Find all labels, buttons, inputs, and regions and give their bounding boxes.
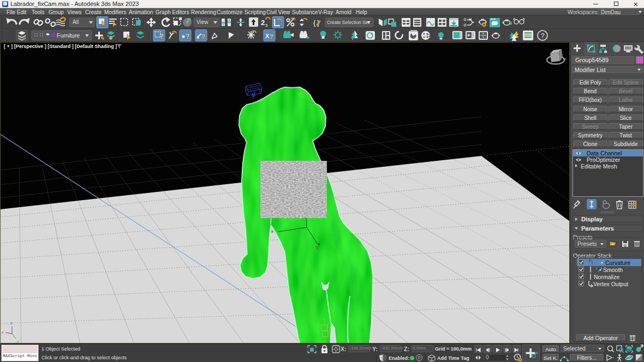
svg-text:All: All bbox=[73, 19, 79, 25]
svg-text:x: x bbox=[2, 330, 4, 334]
svg-text:[ + ] [Perspective ] [Standard: [ + ] [Perspective ] [Standard ] [Defaul… bbox=[4, 44, 117, 49]
svg-text:x: x bbox=[271, 230, 273, 233]
svg-text:?: ? bbox=[270, 33, 273, 40]
svg-text:y: y bbox=[317, 245, 319, 250]
svg-text:?: ? bbox=[186, 33, 189, 40]
svg-text:Create Selection Set: Create Selection Set bbox=[327, 20, 370, 25]
svg-text:5: 5 bbox=[265, 23, 268, 28]
svg-text:?: ? bbox=[159, 33, 163, 40]
svg-text:X: X bbox=[265, 33, 270, 39]
svg-text:2: 2 bbox=[261, 19, 265, 27]
svg-text:z: z bbox=[10, 321, 13, 325]
svg-text:View: View bbox=[196, 19, 208, 25]
svg-text:y: y bbox=[17, 340, 19, 343]
svg-text:Furniture: Furniture bbox=[57, 32, 80, 39]
svg-text:?: ? bbox=[201, 33, 205, 40]
svg-text:?: ? bbox=[541, 32, 545, 40]
